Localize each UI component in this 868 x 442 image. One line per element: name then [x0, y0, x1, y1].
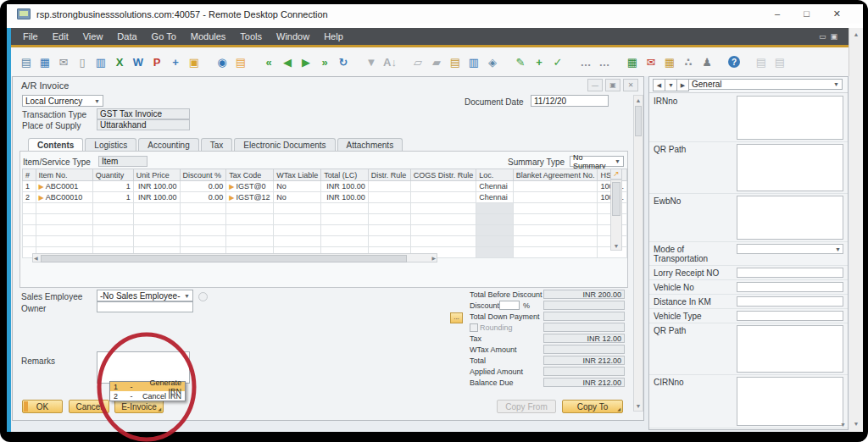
totals-value[interactable] — [543, 345, 625, 354]
cell-empty[interactable] — [513, 203, 598, 214]
export-pdf-icon[interactable]: P — [150, 56, 164, 69]
cell-empty[interactable] — [410, 236, 476, 247]
cell-loc[interactable]: Chennai — [476, 181, 514, 192]
cell-empty[interactable] — [368, 203, 410, 214]
scroll-down-icon[interactable]: ▼ — [840, 422, 846, 428]
column-header-tax-code[interactable]: Tax Code — [226, 169, 274, 181]
menu-item-data[interactable]: Data — [117, 31, 136, 41]
scroll-thumb[interactable] — [635, 106, 642, 136]
local-currency-select[interactable]: Local Currency ▼ — [22, 95, 103, 107]
cell-empty[interactable] — [36, 236, 92, 247]
udf-field-lorry-receipt-no-input[interactable] — [737, 268, 843, 278]
cancel-button[interactable]: Cancel — [69, 400, 109, 413]
udf-field-irnno-input[interactable] — [737, 96, 843, 140]
copy-from-button[interactable]: Copy From — [497, 400, 556, 413]
print-icon[interactable]: ▦ — [38, 56, 52, 69]
cell-empty[interactable] — [23, 225, 36, 236]
cell-empty[interactable] — [410, 225, 476, 236]
cell-empty[interactable] — [513, 225, 598, 236]
client-scrollbar[interactable]: ▲ ▼ — [849, 28, 863, 432]
find-icon[interactable]: ◉ — [215, 56, 229, 69]
cell-empty[interactable] — [513, 236, 598, 247]
cell-empty[interactable] — [321, 203, 369, 214]
sales-employee-select[interactable]: -No Sales Employee- ▼ — [97, 290, 193, 301]
expand-grid-icon[interactable]: ↗ — [610, 169, 622, 180]
export-excel-icon[interactable]: X — [113, 56, 126, 69]
fax-icon[interactable]: ▥ — [94, 56, 108, 69]
document-generation-icon[interactable]: ✓ — [551, 56, 565, 69]
table-row[interactable]: 2▶ABC000101INR 100.000.00▶IGST@12NoINR 1… — [23, 192, 627, 203]
minimize-button[interactable]: – — [775, 8, 780, 19]
cell-empty[interactable] — [226, 236, 274, 247]
cell-empty[interactable] — [92, 203, 133, 214]
comment-icon[interactable]: … — [579, 56, 593, 69]
menu-item-modules[interactable]: Modules — [191, 31, 226, 41]
column-header-cogs-distr-rule[interactable]: COGS Distr. Rule — [410, 169, 476, 181]
doc-close-button[interactable]: ✕ — [623, 79, 638, 91]
cell-[interactable]: 1 — [23, 181, 36, 192]
category-dropdown-icon[interactable]: ▼ — [665, 79, 677, 91]
chat-icon[interactable]: … — [598, 56, 611, 69]
rounding-checkbox[interactable] — [470, 323, 478, 332]
totals-value[interactable]: INR 200.00 — [543, 290, 625, 299]
table-row-empty[interactable] — [23, 236, 627, 247]
cell-empty[interactable] — [36, 203, 92, 214]
scroll-down-icon[interactable]: ▼ — [849, 421, 863, 427]
doc-restore-button[interactable]: ▣ — [605, 79, 620, 91]
cell-blanket-agreement-no[interactable] — [513, 192, 598, 203]
totals-value[interactable] — [543, 312, 625, 321]
next-category-icon[interactable]: ▶ — [676, 79, 689, 91]
cell-cogs-distr-rule[interactable] — [410, 181, 476, 192]
table-row-empty[interactable] — [23, 214, 627, 225]
cell-empty[interactable] — [92, 214, 133, 225]
history-icon[interactable]: ▤ — [754, 56, 768, 69]
menu-item-tools[interactable]: Tools — [240, 31, 262, 41]
udf-field-vehicle-no-input[interactable] — [737, 282, 843, 292]
cell-blanket-agreement-no[interactable] — [513, 181, 598, 192]
menu-item-file[interactable]: File — [23, 31, 38, 41]
payment-wizard-icon[interactable]: ▦ — [663, 56, 676, 69]
cell-empty[interactable] — [321, 236, 369, 247]
udf-field-cirnno-input[interactable] — [737, 377, 843, 426]
cell-unit-price[interactable]: INR 100.00 — [133, 192, 180, 203]
column-header-loc[interactable]: Loc. — [476, 169, 514, 181]
cell-empty[interactable] — [410, 203, 476, 214]
doc-vscrollbar[interactable]: ▲ ▼ — [633, 95, 643, 412]
cell-loc[interactable]: Chennai — [476, 192, 514, 203]
refresh-icon[interactable]: ↻ — [337, 56, 350, 69]
udf-field-mode-of-transportation-select[interactable]: ▼ — [737, 244, 843, 254]
udf-category-select[interactable]: General ▼ — [688, 79, 843, 90]
owner-field[interactable] — [97, 301, 193, 312]
cell-tax-code[interactable]: ▶IGST@12 — [226, 192, 274, 203]
scroll-up-icon[interactable]: ▲ — [849, 31, 863, 37]
cell-discount[interactable]: 0.00 — [180, 192, 226, 203]
table-vscrollbar[interactable]: ▼ — [610, 180, 622, 251]
cell-empty[interactable] — [321, 214, 369, 225]
column-header-total-lc[interactable]: Total (LC) — [321, 169, 369, 181]
employee-lookup-icon[interactable] — [198, 292, 208, 301]
menu-item-view[interactable]: View — [83, 31, 103, 41]
cell-empty[interactable] — [476, 225, 514, 236]
close-button[interactable]: ✕ — [833, 8, 841, 19]
journal-entry-icon[interactable]: ▤ — [448, 56, 462, 69]
help-icon[interactable]: ? — [728, 56, 740, 68]
scroll-up-icon[interactable]: ▲ — [634, 97, 643, 103]
scroll-thumb[interactable] — [612, 182, 620, 216]
cell-empty[interactable] — [476, 203, 514, 214]
context-menu-item-cancel-irn[interactable]: 2-Cancel IRN — [110, 391, 185, 401]
table-row-empty[interactable] — [23, 203, 627, 214]
last-record-icon[interactable]: » — [318, 56, 331, 69]
export-word-icon[interactable]: W — [131, 56, 145, 69]
scroll-thumb[interactable] — [41, 255, 407, 262]
preview-icon[interactable]: ▤ — [19, 56, 33, 69]
cell-empty[interactable] — [226, 203, 274, 214]
first-record-icon[interactable]: « — [262, 56, 275, 69]
totals-value[interactable]: INR 212.00 — [543, 378, 625, 387]
cell-empty[interactable] — [368, 236, 410, 247]
cell-empty[interactable] — [133, 203, 180, 214]
email-icon[interactable]: ✉ — [57, 56, 70, 69]
column-header-item-no[interactable]: Item No. — [36, 169, 92, 181]
cell-discount[interactable]: 0.00 — [180, 181, 226, 192]
cell-empty[interactable] — [133, 236, 180, 247]
mobile-icon[interactable]: ▯ — [75, 56, 89, 69]
